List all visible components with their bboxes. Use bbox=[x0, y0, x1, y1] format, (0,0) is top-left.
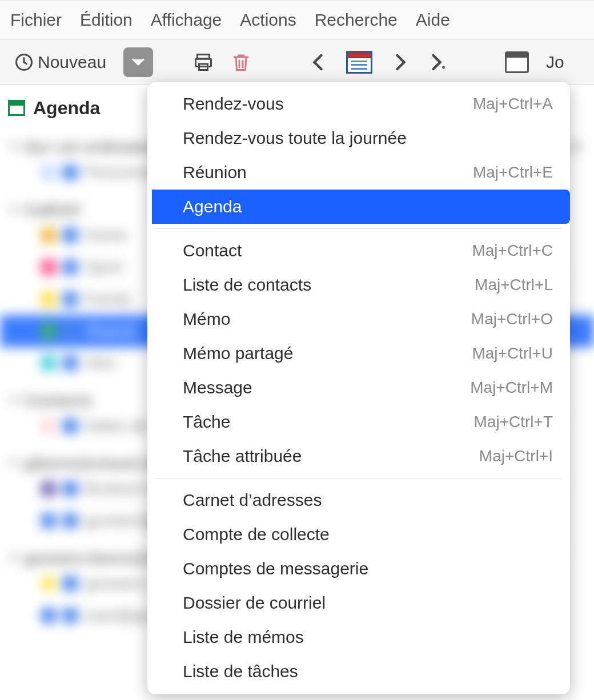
prev-button[interactable] bbox=[308, 47, 329, 77]
next-button[interactable] bbox=[390, 47, 410, 77]
menu-item-shortcut: Maj+Ctrl+L bbox=[475, 276, 553, 294]
menu-item-label: Dossier de courriel bbox=[183, 593, 326, 613]
menu-item-shortcut: Maj+Ctrl+M bbox=[470, 379, 553, 397]
menu-item[interactable]: MessageMaj+Ctrl+M bbox=[147, 371, 570, 405]
view-title: Agenda bbox=[33, 98, 100, 119]
goto-date-button[interactable] bbox=[505, 47, 529, 77]
color-swatch-icon bbox=[41, 260, 56, 275]
menu-separator bbox=[155, 228, 562, 229]
menu-help[interactable]: Aide bbox=[416, 10, 450, 30]
menu-item[interactable]: Mémo partagéMaj+Ctrl+U bbox=[147, 336, 570, 371]
sidebar-group-label: CalDAV bbox=[24, 201, 82, 219]
menu-item[interactable]: Carnet d’adresses bbox=[147, 483, 570, 517]
color-swatch-icon bbox=[41, 228, 56, 243]
menu-item[interactable]: Rendez-vous toute la journée bbox=[147, 121, 570, 155]
menu-item-label: Liste de mémos bbox=[183, 627, 304, 647]
printer-icon bbox=[193, 52, 214, 73]
delete-button[interactable] bbox=[231, 47, 251, 77]
menu-item-label: Rendez-vous toute la journée bbox=[183, 128, 407, 148]
menu-view[interactable]: Affichage bbox=[151, 10, 222, 30]
menu-item-label: Comptes de messagerie bbox=[183, 559, 368, 578]
menu-item-shortcut: Maj+Ctrl+C bbox=[472, 242, 553, 260]
color-swatch-icon bbox=[63, 608, 78, 623]
chevron-down-icon bbox=[9, 207, 18, 213]
chevron-right-dot-icon bbox=[427, 52, 448, 73]
menubar: Fichier Édition Affichage Actions Recher… bbox=[0, 0, 594, 40]
chevron-down-icon bbox=[9, 461, 18, 466]
menu-item-label: Tâche attribuée bbox=[183, 446, 302, 466]
menu-item[interactable]: ContactMaj+Ctrl+C bbox=[147, 234, 570, 268]
color-swatch-icon bbox=[63, 481, 78, 496]
sidebar-item-label: Personnel bbox=[85, 163, 156, 182]
color-swatch-icon bbox=[41, 608, 56, 623]
menu-actions[interactable]: Actions bbox=[240, 10, 296, 30]
calendar-today-icon bbox=[346, 51, 372, 74]
menu-item-shortcut: Maj+Ctrl+E bbox=[473, 163, 553, 182]
color-swatch-icon bbox=[41, 324, 56, 339]
color-swatch-icon bbox=[63, 356, 78, 371]
svg-point-4 bbox=[442, 66, 445, 69]
menu-item-label: Contact bbox=[183, 241, 242, 260]
chevron-down-icon bbox=[9, 398, 18, 404]
menu-item-label: Liste de contacts bbox=[183, 275, 311, 295]
menu-item[interactable]: MémoMaj+Ctrl+O bbox=[147, 302, 570, 336]
color-swatch-icon bbox=[63, 228, 78, 243]
menu-item-label: Tâche bbox=[183, 412, 230, 432]
menu-item[interactable]: Liste de mémos bbox=[147, 620, 570, 654]
sidebar-group-label: Sur cet ordinateur bbox=[24, 138, 162, 156]
chevron-down-icon bbox=[132, 58, 145, 66]
new-dropdown-button[interactable] bbox=[123, 47, 153, 77]
menu-item[interactable]: Dossier de courriel bbox=[147, 586, 570, 620]
color-swatch-icon bbox=[63, 419, 78, 433]
menu-item-label: Réunion bbox=[183, 163, 247, 182]
clock-icon bbox=[14, 52, 34, 73]
menu-edit[interactable]: Édition bbox=[80, 10, 133, 30]
color-swatch-icon bbox=[63, 324, 78, 339]
menu-item[interactable]: TâcheMaj+Ctrl+T bbox=[147, 405, 570, 439]
sidebar-item-label: Alex bbox=[85, 354, 115, 372]
menu-item-shortcut: Maj+Ctrl+I bbox=[479, 447, 553, 465]
agenda-view-icon bbox=[8, 100, 25, 116]
new-button[interactable]: Nouveau bbox=[14, 47, 106, 77]
chevron-down-icon bbox=[9, 144, 18, 150]
color-swatch-icon bbox=[63, 576, 78, 591]
menu-item[interactable]: Liste de tâches bbox=[147, 654, 570, 689]
menu-item-label: Mémo partagé bbox=[183, 344, 293, 363]
sidebar-item-label: Family bbox=[85, 290, 131, 308]
goto-date-label: Jo bbox=[546, 53, 564, 72]
calendar-icon bbox=[505, 51, 529, 73]
menu-item-label: Mémo bbox=[183, 309, 230, 329]
menu-item[interactable]: Liste de contactsMaj+Ctrl+L bbox=[147, 268, 570, 302]
menu-search[interactable]: Recherche bbox=[315, 10, 398, 30]
toolbar: Nouveau bbox=[0, 40, 594, 85]
menu-item-label: Message bbox=[183, 378, 252, 397]
menu-file[interactable]: Fichier bbox=[10, 10, 62, 30]
menu-item[interactable]: Tâche attribuéeMaj+Ctrl+I bbox=[147, 439, 570, 473]
color-swatch-icon bbox=[41, 165, 56, 180]
menu-item-label: Rendez-vous bbox=[183, 94, 284, 114]
menu-item-shortcut: Maj+Ctrl+A bbox=[473, 95, 553, 113]
menu-item[interactable]: RéunionMaj+Ctrl+E bbox=[147, 155, 570, 190]
menu-separator bbox=[155, 478, 562, 478]
sidebar-item-label: Sport bbox=[85, 258, 123, 276]
color-swatch-icon bbox=[63, 292, 78, 307]
sidebar-item-label: Home bbox=[85, 226, 127, 244]
menu-item-label: Agenda bbox=[183, 197, 242, 216]
menu-item-shortcut: Maj+Ctrl+T bbox=[474, 413, 553, 431]
menu-item[interactable]: Rendez-vousMaj+Ctrl+A bbox=[147, 87, 570, 121]
menu-item-label: Compte de collecte bbox=[183, 525, 330, 544]
print-button[interactable] bbox=[193, 47, 214, 77]
today-button[interactable] bbox=[346, 47, 372, 77]
menu-item[interactable]: Compte de collecte bbox=[147, 517, 570, 552]
menu-item-shortcut: Maj+Ctrl+O bbox=[471, 310, 553, 328]
sidebar-group-label: Contacts bbox=[24, 392, 93, 410]
menu-item[interactable]: Agenda bbox=[152, 190, 570, 224]
menu-item[interactable]: Comptes de messagerie bbox=[147, 552, 570, 586]
color-swatch-icon bbox=[63, 165, 78, 180]
color-swatch-icon bbox=[63, 513, 78, 528]
svg-rect-2 bbox=[196, 59, 211, 67]
jump-next-button[interactable] bbox=[427, 47, 448, 77]
color-swatch-icon bbox=[41, 292, 56, 307]
color-swatch-icon bbox=[63, 260, 78, 275]
chevron-left-icon bbox=[308, 52, 329, 73]
